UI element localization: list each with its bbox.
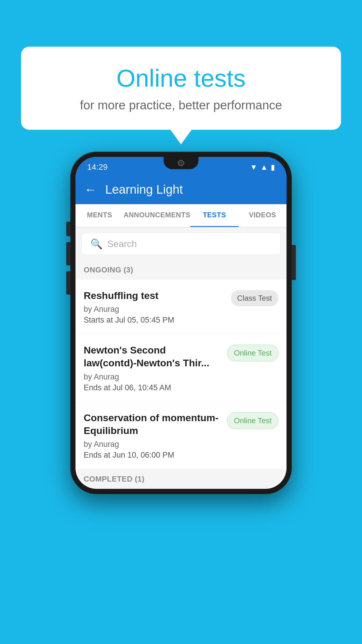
front-camera (178, 160, 184, 166)
app-bar: ← Learning Light (75, 175, 287, 204)
test-name-reshuffling: Reshuffling test (84, 289, 225, 302)
status-time: 14:29 (87, 162, 108, 172)
back-button[interactable]: ← (84, 183, 96, 197)
test-time-reshuffling: Starts at Jul 05, 05:45 PM (84, 316, 225, 325)
tab-announcements[interactable]: ANNOUNCEMENTS (124, 204, 190, 227)
side-button-vol-down (66, 271, 70, 295)
status-icons: ▼ ▲ ▮ (250, 163, 275, 172)
test-list: Reshuffling test by Anurag Starts at Jul… (75, 280, 287, 469)
battery-icon: ▮ (271, 163, 275, 172)
search-bar-container: 🔍 Search (75, 228, 287, 260)
side-button-power (292, 245, 296, 280)
side-button-vol-up (66, 242, 70, 265)
tab-bar: MENTS ANNOUNCEMENTS TESTS VIDEOS (75, 204, 287, 228)
test-item-newton[interactable]: Newton's Second law(contd)-Newton's Thir… (75, 334, 287, 402)
test-item-conservation[interactable]: Conservation of momentum-Equilibrium by … (75, 402, 287, 469)
app-title: Learning Light (105, 183, 183, 197)
test-time-newton: Ends at Jul 06, 10:45 AM (84, 383, 221, 392)
tab-ments[interactable]: MENTS (75, 204, 124, 227)
test-author-reshuffling: by Anurag (84, 305, 225, 314)
signal-icon: ▲ (260, 163, 268, 172)
test-author-conservation: by Anurag (84, 440, 221, 449)
ongoing-section-header: ONGOING (3) (75, 260, 287, 280)
bubble-title: Online tests (44, 64, 318, 92)
test-info-reshuffling: Reshuffling test by Anurag Starts at Jul… (84, 289, 225, 325)
search-icon: 🔍 (90, 238, 103, 250)
phone-mockup: 14:29 ▼ ▲ ▮ ← Learning Light MENTS ANNOU… (70, 152, 292, 494)
bubble-subtitle: for more practice, better performance (44, 98, 318, 112)
phone-screen: 14:29 ▼ ▲ ▮ ← Learning Light MENTS ANNOU… (75, 157, 287, 489)
test-badge-conservation: Online Test (227, 412, 278, 429)
search-input[interactable]: 🔍 Search (81, 233, 281, 255)
phone-notch (164, 157, 198, 169)
tab-tests[interactable]: TESTS (190, 204, 238, 227)
phone-outer: 14:29 ▼ ▲ ▮ ← Learning Light MENTS ANNOU… (70, 152, 292, 494)
tab-videos[interactable]: VIDEOS (238, 204, 287, 227)
test-info-newton: Newton's Second law(contd)-Newton's Thir… (84, 344, 221, 392)
side-button-vol-toggle (66, 222, 70, 236)
test-info-conservation: Conservation of momentum-Equilibrium by … (84, 411, 221, 460)
test-badge-newton: Online Test (227, 345, 278, 361)
test-time-conservation: Ends at Jun 10, 06:00 PM (84, 451, 221, 460)
wifi-icon: ▼ (250, 163, 258, 172)
test-badge-reshuffling: Class Test (231, 290, 278, 306)
speech-bubble: Online tests for more practice, better p… (21, 47, 341, 130)
test-name-conservation: Conservation of momentum-Equilibrium (84, 411, 221, 437)
search-placeholder-text: Search (107, 239, 137, 249)
test-author-newton: by Anurag (84, 372, 221, 382)
test-item-reshuffling[interactable]: Reshuffling test by Anurag Starts at Jul… (75, 280, 287, 334)
completed-section-header: COMPLETED (1) (75, 469, 287, 489)
test-name-newton: Newton's Second law(contd)-Newton's Thir… (84, 344, 221, 369)
